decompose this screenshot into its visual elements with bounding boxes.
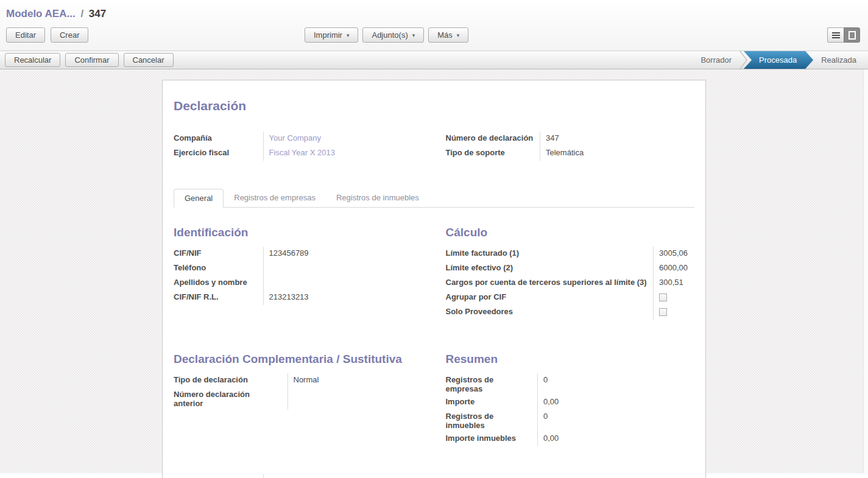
- field-value-tipo-soporte: Telemática: [540, 146, 695, 161]
- field-row: Solo Proveedores: [446, 305, 688, 320]
- field-row: Registros de empresas 0: [446, 373, 611, 395]
- field-value-tipo-declaracion: Normal: [288, 373, 361, 388]
- field-value-fecha-calculo: 17/11/2013 21:31:26: [263, 474, 341, 478]
- section-title-identificacion: Identificación: [174, 226, 423, 239]
- field-label-importe: Importe: [446, 395, 538, 410]
- section-calculo: Cálculo Límite facturado (1) 3005,06 Lím…: [446, 226, 695, 320]
- section-complementaria: Declaración Complementaria / Sustitutiva…: [174, 353, 423, 410]
- breadcrumb-parent-link[interactable]: Modelo AEA...: [6, 8, 76, 19]
- chevron-down-icon: ▾: [412, 32, 415, 38]
- field-row: Número de declaración 347: [446, 132, 695, 146]
- field-row: Límite facturado (1) 3005,06: [446, 247, 688, 261]
- field-label-apellidos-nombre: Apellidos y nombre: [174, 276, 263, 290]
- field-label-telefono: Teléfono: [174, 261, 263, 276]
- edit-button[interactable]: Editar: [6, 27, 45, 43]
- field-label-ejercicio-fiscal: Ejercicio fiscal: [174, 146, 263, 161]
- section-title-calculo: Cálculo: [446, 226, 695, 239]
- tab-registros-empresas[interactable]: Registros de empresas: [224, 189, 326, 207]
- status-states: Borrador Procesada Realizada: [693, 51, 868, 69]
- cancel-button[interactable]: Cancelar: [124, 53, 174, 67]
- field-row: Importe inmuebles 0,00: [446, 432, 611, 446]
- attachments-label: Adjunto(s): [372, 30, 408, 40]
- field-value-registros-inmuebles: 0: [538, 410, 611, 432]
- attachments-dropdown-button[interactable]: Adjunto(s) ▾: [362, 27, 424, 43]
- view-switcher: [827, 27, 860, 43]
- field-label-solo-proveedores: Solo Proveedores: [446, 305, 654, 320]
- field-row: Importe 0,00: [446, 395, 611, 410]
- list-view-button[interactable]: [827, 27, 844, 43]
- field-label-registros-empresas: Registros de empresas: [446, 373, 538, 395]
- field-label-limite-facturado: Límite facturado (1): [446, 247, 654, 261]
- field-row: CIF/NIF 123456789: [174, 247, 336, 261]
- field-value-cargos-terceros: 300,51: [654, 276, 688, 290]
- top-right-fields: Número de declaración 347 Tipo de soport…: [446, 132, 695, 161]
- tab-registros-inmuebles[interactable]: Registros de inmuebles: [326, 189, 429, 207]
- list-icon: [832, 32, 840, 38]
- section-identificacion: Identificación CIF/NIF 123456789 Teléfon…: [174, 226, 423, 305]
- field-value-numero-declaracion-anterior: [288, 388, 361, 410]
- print-dropdown-button[interactable]: Imprimir ▾: [305, 27, 358, 43]
- fecha-fields: Fecha de cálculo 17/11/2013 21:31:26: [174, 474, 341, 478]
- field-label-limite-efectivo: Límite efectivo (2): [446, 261, 654, 276]
- field-value-ejercicio-fiscal-link[interactable]: Fiscal Year X 2013: [269, 148, 335, 157]
- form-view-area: Declaración Compañía Your Company Ejerci…: [0, 69, 868, 473]
- action-buttons: Imprimir ▾ Adjunto(s) ▾ Más ▾: [305, 27, 468, 43]
- field-value-importe: 0,00: [538, 395, 611, 410]
- notebook-tabs: General Registros de empresas Registros …: [174, 189, 694, 208]
- section-title-complementaria: Declaración Complementaria / Sustitutiva: [174, 353, 423, 366]
- field-row: CIF/NIF R.L. 213213213: [174, 290, 336, 305]
- field-label-cargos-terceros: Cargos por cuenta de terceros superiores…: [446, 276, 654, 290]
- complementaria-fields: Tipo de declaración Normal Número declar…: [174, 373, 361, 410]
- agrupar-por-cif-checkbox[interactable]: [659, 293, 667, 301]
- record-buttons: Editar Crear: [6, 27, 88, 43]
- field-value-cif-nif-rl: 213213213: [263, 290, 336, 305]
- field-value-telefono: [263, 261, 336, 276]
- section-resumen: Resumen Registros de empresas 0 Importe …: [446, 353, 695, 446]
- scrollbar-track[interactable]: [863, 69, 868, 473]
- field-label-numero-declaracion-anterior: Número declaración anterior: [174, 388, 288, 410]
- field-row: Teléfono: [174, 261, 336, 276]
- field-label-tipo-declaracion: Tipo de declaración: [174, 373, 288, 388]
- field-row: Ejercicio fiscal Fiscal Year X 2013: [174, 146, 423, 161]
- sheet-title: Declaración: [174, 99, 694, 113]
- statusbar: Recalcular Confirmar Cancelar Borrador P…: [0, 51, 868, 69]
- field-value-cif-nif: 123456789: [263, 247, 336, 261]
- field-value-limite-facturado: 3005,06: [654, 247, 688, 261]
- field-label-fecha-calculo: Fecha de cálculo: [174, 474, 263, 478]
- field-row: Cargos por cuenta de terceros superiores…: [446, 276, 688, 290]
- create-button[interactable]: Crear: [51, 27, 89, 43]
- field-value-importe-inmuebles: 0,00: [538, 432, 611, 446]
- field-value-compania-link[interactable]: Your Company: [269, 133, 322, 142]
- more-dropdown-button[interactable]: Más ▾: [428, 27, 468, 43]
- field-value-apellidos-nombre: [263, 276, 336, 290]
- field-row: Fecha de cálculo 17/11/2013 21:31:26: [174, 474, 341, 478]
- field-label-importe-inmuebles: Importe inmuebles: [446, 432, 538, 446]
- resumen-fields: Registros de empresas 0 Importe 0,00 Reg…: [446, 373, 611, 446]
- state-realizada: Realizada: [813, 55, 864, 65]
- field-row: Apellidos y nombre: [174, 276, 336, 290]
- breadcrumb-current: 347: [89, 8, 106, 19]
- field-value-limite-efectivo: 6000,00: [654, 261, 688, 276]
- section-title-resumen: Resumen: [446, 353, 695, 366]
- field-label-registros-inmuebles: Registros de inmuebles: [446, 410, 538, 432]
- identificacion-fields: CIF/NIF 123456789 Teléfono Apellidos y n…: [174, 247, 336, 305]
- more-label: Más: [437, 30, 453, 40]
- state-procesada-active: Procesada: [744, 51, 813, 69]
- field-row: Límite efectivo (2) 6000,00: [446, 261, 688, 276]
- confirm-button[interactable]: Confirmar: [65, 53, 118, 67]
- recalculate-button[interactable]: Recalcular: [5, 53, 60, 67]
- field-row: Número declaración anterior: [174, 388, 361, 410]
- solo-proveedores-checkbox[interactable]: [659, 308, 667, 316]
- form-view-button[interactable]: [844, 27, 860, 43]
- top-left-fields: Compañía Your Company Ejercicio fiscal F…: [174, 132, 423, 161]
- field-value-numero-declaracion: 347: [540, 132, 695, 146]
- form-icon: [849, 31, 856, 40]
- state-borrador: Borrador: [693, 55, 739, 65]
- field-row: Tipo de declaración Normal: [174, 373, 361, 388]
- tab-general-content: Identificación CIF/NIF 123456789 Teléfon…: [174, 208, 694, 478]
- tab-general[interactable]: General: [174, 189, 224, 208]
- field-row: Tipo de soporte Telemática: [446, 146, 695, 161]
- form-toolbar: Editar Crear Imprimir ▾ Adjunto(s) ▾ Más…: [0, 22, 868, 51]
- field-label-tipo-soporte: Tipo de soporte: [446, 146, 540, 161]
- breadcrumb-separator: /: [78, 8, 86, 19]
